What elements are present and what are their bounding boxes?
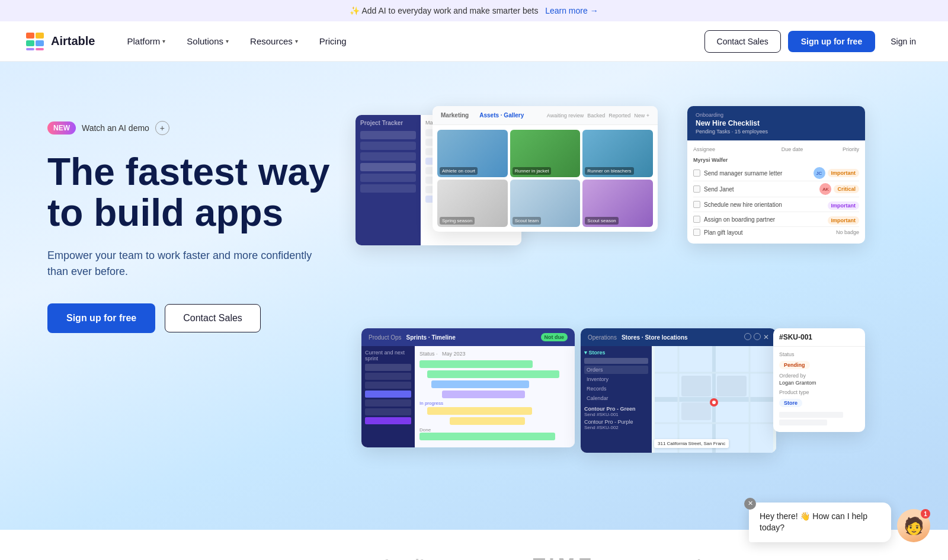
solutions-chevron-icon: ▾ (226, 38, 229, 44)
resources-chevron-icon: ▾ (295, 38, 298, 44)
contact-hero-button[interactable]: Contact Sales (165, 304, 261, 332)
banner-icon: ✨ (350, 6, 360, 15)
hero-section: NEW Watch an AI demo + The fastest way t… (0, 62, 948, 530)
signup-nav-button[interactable]: Sign up for free (788, 31, 875, 52)
brand-expedia: ⊕ Expedia (230, 556, 283, 560)
new-badge-plus-button[interactable]: + (155, 121, 169, 135)
store-map-svg (652, 346, 776, 453)
brand-levis: Levi's (383, 556, 433, 561)
store-locations-card: Operations Stores · Store locations ✕ ▾ … (581, 328, 776, 453)
nav-platform[interactable]: Platform ▾ (118, 31, 174, 51)
svg-rect-15 (717, 376, 747, 396)
airtable-logo-icon (24, 30, 46, 53)
svg-rect-4 (36, 40, 44, 46)
hero-right: Project Tracker Marketing campaign progr… (356, 97, 901, 512)
timeline-card: Product Ops Sprints · Timeline Not due C… (361, 328, 575, 447)
brand-time: TIME (533, 553, 595, 560)
banner-text: Add AI to everyday work and make smarter… (361, 6, 538, 15)
svg-rect-16 (681, 402, 711, 420)
svg-point-18 (712, 401, 716, 404)
logo-link[interactable]: Airtable (24, 30, 95, 53)
brand-cole-haan: COLE HAAN (47, 558, 130, 561)
hero-title: The fastest way to build apps (47, 152, 332, 233)
nav-links: Platform ▾ Solutions ▾ Resources ▾ Prici… (118, 31, 704, 51)
svg-rect-2 (36, 33, 44, 39)
chat-avatar-container[interactable]: 🧑 1 (897, 509, 930, 542)
chat-widget: ✕ Hey there! 👋 How can I help today? 🧑 1 (749, 503, 930, 542)
top-banner: ✨ Add AI to everyday work and make smart… (0, 0, 948, 21)
svg-rect-6 (36, 48, 44, 50)
new-badge-container: NEW Watch an AI demo + (47, 121, 332, 135)
gallery-grid: Athlete on court Runner in jacket Runner… (433, 125, 658, 232)
nav-resources[interactable]: Resources ▾ (242, 31, 306, 51)
hero-left: NEW Watch an AI demo + The fastest way t… (47, 97, 332, 333)
chat-close-button[interactable]: ✕ (744, 498, 756, 510)
chat-notification-badge: 1 (921, 509, 930, 519)
banner-link[interactable]: Learn more → (545, 6, 598, 15)
onboarding-card: Onboarding New Hire Checklist Pending Ta… (687, 106, 865, 244)
new-badge-text: Watch an AI demo (82, 123, 149, 133)
svg-rect-3 (26, 40, 34, 46)
svg-rect-1 (26, 33, 34, 39)
svg-rect-5 (26, 48, 34, 50)
navbar: Airtable Platform ▾ Solutions ▾ Resource… (0, 21, 948, 62)
svg-rect-14 (681, 376, 711, 396)
new-badge: NEW (47, 121, 76, 135)
nav-actions: Contact Sales Sign up for free Sign in (704, 30, 924, 53)
signin-button[interactable]: Sign in (882, 31, 924, 52)
logo-text: Airtable (51, 34, 95, 48)
contact-sales-nav-button[interactable]: Contact Sales (704, 30, 781, 53)
signup-hero-button[interactable]: Sign up for free (47, 303, 155, 333)
hero-actions: Sign up for free Contact Sales (47, 303, 332, 333)
sku-detail-card: #SKU-001 Status Pending Ordered by Logan… (773, 328, 865, 432)
nav-pricing[interactable]: Pricing (311, 31, 355, 51)
chat-bubble[interactable]: ✕ Hey there! 👋 How can I help today? (749, 503, 891, 542)
platform-chevron-icon: ▾ (162, 38, 165, 44)
hero-subtitle: Empower your team to work faster and mor… (47, 248, 332, 280)
gallery-card: Marketing Assets · Gallery Awaiting revi… (433, 106, 658, 232)
chat-message: Hey there! 👋 How can I help today? (760, 511, 867, 533)
nav-solutions[interactable]: Solutions ▾ (178, 31, 237, 51)
